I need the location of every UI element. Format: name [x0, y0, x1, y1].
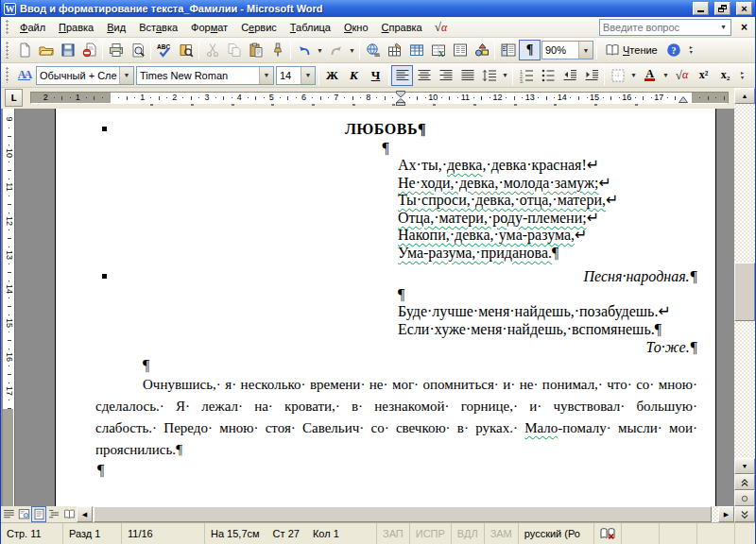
tab-selector-button[interactable]: L — [5, 89, 23, 107]
menu-item-Таблица[interactable]: Таблица — [284, 19, 337, 36]
numbered-list-button[interactable]: 1.2.3. — [515, 65, 537, 86]
spelling-button[interactable]: ABC — [153, 40, 175, 60]
undo-button[interactable] — [293, 40, 315, 60]
print-layout-view-button[interactable] — [31, 506, 46, 522]
equation-button[interactable]: √α — [671, 65, 693, 86]
menu-item-equation[interactable]: √α — [429, 18, 453, 37]
scroll-up-button[interactable]: ▲ — [734, 88, 755, 104]
align-justify-button[interactable] — [456, 65, 478, 86]
zoom-dropdown-icon[interactable]: ▼ — [578, 42, 593, 59]
status-language[interactable]: русский (Ро — [519, 523, 594, 544]
normal-view-button[interactable] — [1, 506, 16, 522]
toolbar-options-button[interactable]: ▸▾ — [736, 65, 748, 86]
status-toggle-ВДЛ[interactable]: ВДЛ — [452, 523, 485, 544]
paste-button[interactable] — [245, 40, 266, 60]
permission-button[interactable] — [78, 40, 100, 60]
print-preview-button[interactable] — [127, 40, 148, 60]
font-size-dropdown-icon[interactable]: ▼ — [301, 67, 315, 84]
std-toolbar-grip[interactable] — [6, 42, 10, 59]
line-spacing-dropdown-icon[interactable]: ▼ — [500, 65, 510, 86]
reading-layout-view-button[interactable] — [61, 506, 77, 522]
subscript-button[interactable]: x₂ — [714, 65, 736, 86]
horizontal-ruler[interactable]: 21123456781011121314151617 — [30, 92, 729, 104]
align-right-button[interactable] — [435, 65, 456, 86]
scroll-left-button[interactable]: ◀ — [77, 506, 93, 522]
fmt-toolbar-grip[interactable] — [6, 67, 10, 84]
outline-view-button[interactable] — [46, 506, 61, 522]
minimize-button[interactable] — [693, 2, 709, 15]
menu-item-Вставка[interactable]: Вставка — [132, 19, 184, 36]
borders-dropdown-icon[interactable]: ▼ — [628, 65, 639, 86]
ask-question-dropdown-icon[interactable]: ▼ — [716, 20, 730, 35]
tables-borders-button[interactable] — [384, 40, 405, 60]
research-button[interactable] — [175, 40, 197, 60]
font-color-dropdown-icon[interactable]: ▼ — [661, 65, 671, 86]
horizontal-scroll-track[interactable] — [93, 506, 718, 522]
print-button[interactable] — [105, 40, 127, 60]
select-browse-object-button[interactable] — [734, 490, 755, 506]
bulleted-list-button[interactable] — [537, 65, 558, 86]
superscript-button[interactable]: x² — [693, 65, 714, 86]
next-page-button[interactable] — [734, 506, 755, 522]
increase-indent-button[interactable] — [580, 65, 602, 86]
scroll-right-button[interactable]: ▶ — [718, 506, 734, 522]
status-toggle-ИСПР[interactable]: ИСПР — [410, 523, 452, 544]
insert-table-button[interactable] — [405, 40, 427, 60]
drawing-button[interactable] — [471, 40, 492, 60]
read-mode-button[interactable]: Чтение — [599, 40, 663, 60]
styles-and-formatting-button[interactable]: АА — [13, 65, 35, 86]
insert-excel-button[interactable]: X — [427, 40, 449, 60]
ask-question-input[interactable] — [600, 22, 716, 33]
menu-item-Вид[interactable]: Вид — [100, 19, 132, 36]
align-center-button[interactable] — [413, 65, 435, 86]
borders-button[interactable] — [607, 65, 628, 86]
line-spacing-button[interactable] — [478, 65, 500, 86]
scroll-down-button[interactable]: ▼ — [734, 458, 755, 474]
menubar-close-icon[interactable]: × — [735, 21, 753, 34]
spelling-status[interactable] — [594, 523, 622, 544]
menu-item-Справка[interactable]: Справка — [375, 19, 429, 36]
toolbar-options-button[interactable]: ▸▾ — [685, 40, 697, 60]
show-paragraph-button[interactable]: ¶ — [519, 40, 541, 60]
style-combobox[interactable]: Обычный + Сле▼ — [36, 66, 134, 85]
font-color-button[interactable]: А — [639, 65, 661, 86]
align-left-button[interactable] — [391, 65, 413, 86]
status-toggle-ЗАП[interactable]: ЗАП — [377, 523, 410, 544]
previous-page-button[interactable] — [734, 474, 755, 490]
font-size-combobox[interactable]: 14▼ — [276, 66, 316, 85]
vertical-scroll-thumb[interactable] — [734, 263, 755, 321]
open-folder-button[interactable] — [35, 40, 57, 60]
decrease-indent-button[interactable] — [558, 65, 580, 86]
bold-button[interactable]: Ж — [321, 65, 343, 86]
horizontal-scroll-thumb[interactable] — [94, 506, 712, 522]
font-combobox[interactable]: Times New Roman▼ — [136, 66, 274, 85]
vertical-scroll-track[interactable] — [734, 104, 755, 458]
format-painter-button[interactable] — [266, 40, 288, 60]
menu-item-Сервис[interactable]: Сервис — [234, 19, 284, 36]
menu-item-Файл[interactable]: Файл — [13, 19, 52, 36]
status-toggle-ЗАМ[interactable]: ЗАМ — [485, 523, 519, 544]
italic-button[interactable]: К — [343, 65, 365, 86]
font-dropdown-icon[interactable]: ▼ — [259, 67, 273, 84]
menubar-grip[interactable] — [6, 20, 10, 34]
indent-markers[interactable] — [396, 91, 405, 106]
web-layout-view-button[interactable] — [16, 506, 31, 522]
right-indent-marker[interactable] — [679, 95, 688, 103]
menu-item-Формат[interactable]: Формат — [184, 19, 234, 36]
save-button[interactable] — [57, 40, 78, 60]
zoom-combobox[interactable]: 90%▼ — [541, 41, 593, 60]
hyperlink-button[interactable] — [362, 40, 384, 60]
restore-button[interactable] — [714, 2, 730, 15]
columns-button[interactable] — [449, 40, 471, 60]
vertical-ruler[interactable]: 91011121314151617 — [1, 109, 16, 506]
style-dropdown-icon[interactable]: ▼ — [119, 67, 133, 84]
menu-item-Правка[interactable]: Правка — [52, 19, 100, 36]
menu-item-Окно[interactable]: Окно — [337, 19, 375, 36]
help-button[interactable]: ? — [663, 40, 685, 60]
document-page[interactable]: ЛЮБОВЬ¶¶Ах·ты,·девка,·девка·красная!↵Не·… — [55, 109, 716, 506]
document-map-button[interactable] — [497, 40, 519, 60]
underline-button[interactable]: Ч — [365, 65, 387, 86]
close-button[interactable]: × — [736, 2, 752, 15]
new-document-button[interactable] — [13, 40, 35, 60]
undo-dropdown-icon[interactable]: ▼ — [315, 40, 325, 60]
